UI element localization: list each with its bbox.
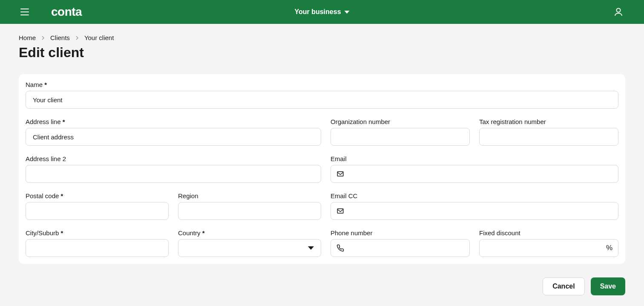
region-field[interactable] bbox=[178, 202, 321, 220]
name-field[interactable] bbox=[26, 91, 618, 109]
fixed-discount-field[interactable] bbox=[479, 239, 618, 257]
edit-client-form: Name Address line Address line 2 Postal … bbox=[19, 74, 625, 264]
email-field[interactable] bbox=[331, 165, 618, 183]
tax-reg-number-label: Tax registration number bbox=[479, 118, 618, 125]
breadcrumb-current: Your client bbox=[84, 34, 114, 41]
business-selector[interactable]: Your business bbox=[294, 8, 349, 16]
user-icon[interactable] bbox=[613, 7, 624, 17]
business-label: Your business bbox=[294, 8, 341, 16]
breadcrumb-home[interactable]: Home bbox=[19, 34, 36, 41]
page-title: Edit client bbox=[19, 45, 625, 61]
chevron-right-icon bbox=[41, 36, 45, 40]
breadcrumb-clients[interactable]: Clients bbox=[50, 34, 70, 41]
chevron-down-icon bbox=[345, 11, 350, 14]
address-line-2-label: Address line 2 bbox=[26, 155, 321, 162]
save-button[interactable]: Save bbox=[591, 277, 625, 295]
chevron-right-icon bbox=[75, 36, 79, 40]
phone-field[interactable] bbox=[331, 239, 470, 257]
email-cc-field[interactable] bbox=[331, 202, 618, 220]
address-line-label: Address line bbox=[26, 118, 321, 125]
city-suburb-label: City/Suburb bbox=[26, 229, 169, 237]
cancel-button[interactable]: Cancel bbox=[543, 277, 584, 295]
org-number-label: Organization number bbox=[331, 118, 470, 125]
email-label: Email bbox=[331, 155, 618, 162]
app-header: conta Your business bbox=[0, 0, 644, 24]
country-select[interactable] bbox=[178, 239, 321, 257]
breadcrumb: Home Clients Your client bbox=[19, 34, 625, 41]
postal-code-field[interactable] bbox=[26, 202, 169, 220]
org-number-field[interactable] bbox=[331, 128, 470, 146]
form-actions: Cancel Save bbox=[19, 277, 625, 295]
menu-icon[interactable] bbox=[20, 7, 31, 17]
page-content: Home Clients Your client Edit client Nam… bbox=[0, 24, 644, 306]
phone-label: Phone number bbox=[331, 229, 470, 237]
country-label: Country bbox=[178, 229, 321, 237]
address-line-2-field[interactable] bbox=[26, 165, 321, 183]
fixed-discount-label: Fixed discount bbox=[479, 229, 618, 237]
email-cc-label: Email CC bbox=[331, 192, 618, 199]
tax-reg-number-field[interactable] bbox=[479, 128, 618, 146]
chevron-down-icon bbox=[308, 246, 314, 250]
region-label: Region bbox=[178, 192, 321, 199]
logo[interactable]: conta bbox=[51, 5, 82, 19]
postal-code-label: Postal code bbox=[26, 192, 169, 199]
name-label: Name bbox=[26, 81, 618, 88]
address-line-field[interactable] bbox=[26, 128, 321, 146]
svg-point-0 bbox=[617, 9, 621, 12]
city-suburb-field[interactable] bbox=[26, 239, 169, 257]
